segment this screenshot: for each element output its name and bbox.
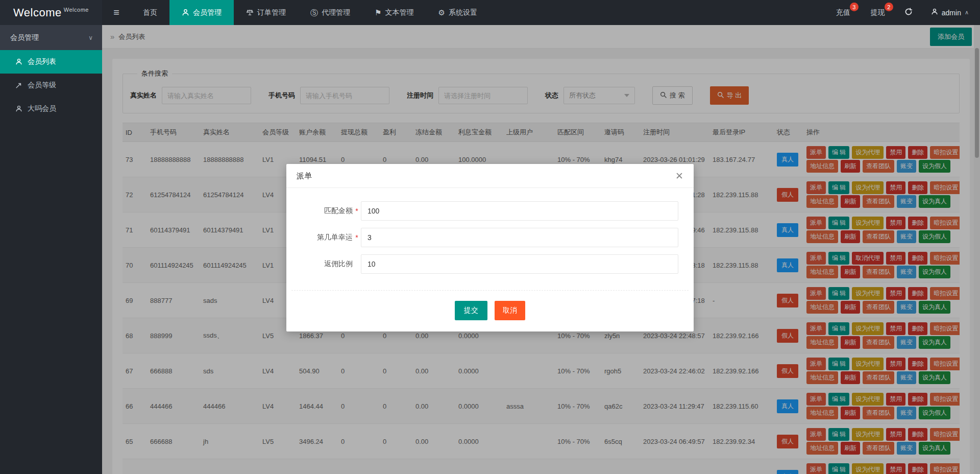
refresh-icon [904,8,913,18]
lucky-order-field: 第几单幸运 * [302,228,678,247]
nav-item-label: 会员管理 [193,8,222,17]
sidebar-item-member-level[interactable]: 会员等级 [0,74,102,97]
match-amount-input[interactable] [361,201,678,221]
sidebar-section-label: 会员管理 [10,33,39,42]
nav-item-label: 首页 [143,8,157,17]
nav-item-label: 文本管理 [385,8,413,17]
dollar-circle-icon: Ⓢ [310,9,318,16]
sidebar-items: 会员列表会员等级大吗会员 [0,50,102,121]
withdraw-button[interactable]: 提现 2 [861,0,895,25]
logo-sup-text: Welcome [64,7,89,13]
nav-item-system-settings[interactable]: ⚙系统设置 [426,0,489,25]
nav-item-label: 代理管理 [322,8,350,17]
commission-rate-input[interactable] [361,254,678,274]
main-nav: 首页会员管理订单管理Ⓢ代理管理⚑文本管理⚙系统设置 [131,0,489,25]
person-icon [15,58,22,65]
recharge-label: 充值 [836,8,850,17]
flag-icon: ⚑ [375,9,381,16]
user-icon [931,8,938,17]
commission-rate-label: 返佣比例 [302,259,353,269]
gear-icon: ⚙ [438,9,445,16]
required-asterisk: * [353,207,361,215]
modal-title: 派单 [297,171,312,181]
sidebar-item-member-list[interactable]: 会员列表 [0,50,102,74]
match-amount-label: 匹配金额 [302,206,353,216]
lucky-order-input[interactable] [361,228,678,247]
match-amount-field: 匹配金额 * [302,201,678,221]
close-icon[interactable]: ✕ [675,171,683,181]
chevron-down-icon: ∨ [88,34,93,41]
nav-item-home[interactable]: 首页 [131,0,169,25]
chevron-up-icon: ∧ [965,9,969,16]
level-icon [15,82,22,89]
lucky-order-label: 第几单幸运 [302,233,353,242]
sidebar-toggle-button[interactable]: ≡ [102,0,131,25]
recharge-button[interactable]: 充值 3 [826,0,861,25]
withdraw-badge: 2 [885,3,893,11]
nav-item-agent-mgmt[interactable]: Ⓢ代理管理 [298,0,362,25]
nav-item-text-mgmt[interactable]: ⚑文本管理 [362,0,426,25]
nav-item-label: 订单管理 [257,8,286,17]
logo-text: Welcome [13,6,62,19]
nav-item-label: 系统设置 [449,8,477,17]
required-asterisk: * [353,233,361,242]
submit-button[interactable]: 提交 [455,301,487,320]
recharge-badge: 3 [850,3,859,11]
sidebar: 会员管理 ∨ 会员列表会员等级大吗会员 [0,25,102,474]
person-icon [15,105,22,112]
sidebar-item-big-member[interactable]: 大吗会员 [0,97,102,121]
username: admin [942,9,961,17]
person-icon [182,9,189,16]
top-navbar: Welcome Welcome ≡ 首页会员管理订单管理Ⓢ代理管理⚑文本管理⚙系… [0,0,980,25]
dispatch-modal: 派单 ✕ 匹配金额 * 第几单幸运 * 返佣比例 * 提交 取消 [286,164,694,331]
nav-item-order-mgmt[interactable]: 订单管理 [234,0,298,25]
cancel-button[interactable]: 取消 [495,301,525,320]
modal-footer: 提交 取消 [291,290,689,331]
nav-item-member-mgmt[interactable]: 会员管理 [169,0,234,25]
withdraw-label: 提现 [871,8,885,17]
modal-header: 派单 ✕ [286,164,694,188]
sidebar-section-member-mgmt[interactable]: 会员管理 ∨ [0,25,102,50]
scales-icon [246,9,254,16]
modal-body: 匹配金额 * 第几单幸运 * 返佣比例 * [286,188,694,285]
sidebar-item-label: 会员列表 [28,57,56,66]
app-logo: Welcome Welcome [0,0,102,25]
refresh-button[interactable] [895,8,922,18]
hamburger-icon: ≡ [113,7,119,18]
commission-rate-field: 返佣比例 * [302,254,678,274]
sidebar-item-label: 会员等级 [28,81,56,90]
sidebar-item-label: 大吗会员 [28,104,56,113]
user-menu[interactable]: admin ∧ [922,8,969,17]
navbar-right: 充值 3 提现 2 admin ∧ [826,0,980,25]
